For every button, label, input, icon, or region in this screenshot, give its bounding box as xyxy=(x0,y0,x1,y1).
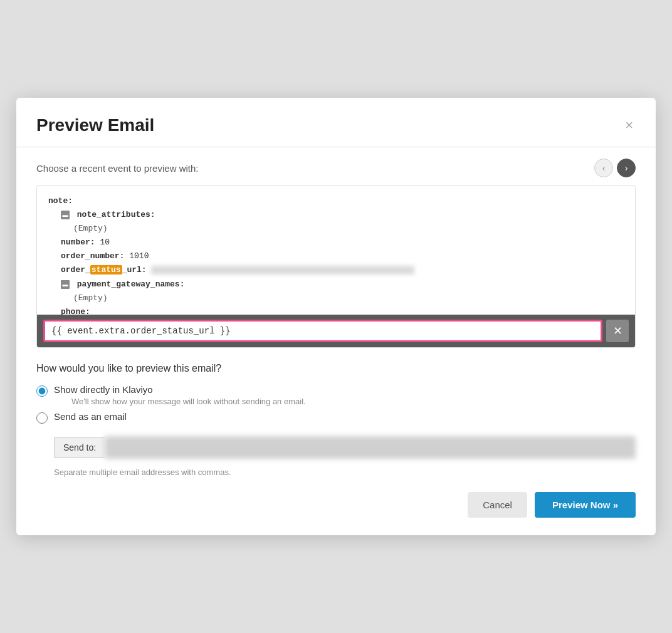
event-row-payment-gateway: ▬ payment_gateway_names: xyxy=(48,278,624,291)
highlight-status: status xyxy=(90,265,122,275)
preview-section: How would you like to preview this email… xyxy=(16,348,656,477)
radio-group: Show directly in Klaviyo We'll show how … xyxy=(36,384,636,477)
event-row-empty-1: (Empty) xyxy=(48,222,624,236)
radio-option-show-direct-content: Show directly in Klaviyo We'll show how … xyxy=(54,384,306,406)
event-row-note-attributes: ▬ note_attributes: xyxy=(48,208,624,222)
radio-send-email-label[interactable]: Send as an email xyxy=(54,411,127,422)
header-divider xyxy=(16,147,656,147)
preview-email-modal: Preview Email × Choose a recent event to… xyxy=(16,98,656,535)
close-button[interactable]: × xyxy=(622,116,636,135)
send-to-label: Send to: xyxy=(54,437,105,458)
collapse-icon: ▬ xyxy=(61,211,70,219)
search-overlay: ✕ xyxy=(37,315,635,347)
send-to-hint: Separate multiple email addresses with c… xyxy=(54,468,636,477)
radio-show-direct-label[interactable]: Show directly in Klaviyo xyxy=(54,384,153,395)
radio-send-email[interactable] xyxy=(36,412,48,424)
radio-show-direct[interactable] xyxy=(36,385,48,397)
cancel-button[interactable]: Cancel xyxy=(468,492,527,518)
event-row-note: note: xyxy=(48,194,624,208)
collapse-icon-2: ▬ xyxy=(61,280,70,289)
radio-option-send-email[interactable]: Send as an email xyxy=(36,411,636,424)
url-blur xyxy=(151,266,414,275)
choose-event-label: Choose a recent event to preview with: xyxy=(36,163,198,174)
event-row-empty-2: (Empty) xyxy=(48,291,624,305)
choose-event-row: Choose a recent event to preview with: ‹… xyxy=(16,159,656,185)
nav-arrows: ‹ › xyxy=(594,159,636,177)
modal-title: Preview Email xyxy=(36,115,154,135)
search-input[interactable] xyxy=(45,322,601,340)
event-data-inner: note: ▬ note_attributes: (Empty) number:… xyxy=(37,186,635,328)
radio-option-show-direct[interactable]: Show directly in Klaviyo We'll show how … xyxy=(36,384,636,406)
modal-footer: Cancel Preview Now » xyxy=(16,477,656,535)
preview-question: How would you like to preview this email… xyxy=(36,363,636,374)
event-row-order-status-url: order_status_url: xyxy=(48,263,624,277)
preview-now-button[interactable]: Preview Now » xyxy=(535,492,636,518)
prev-event-button[interactable]: ‹ xyxy=(594,159,613,177)
event-row-number: number: 10 xyxy=(48,236,624,249)
event-data-panel: note: ▬ note_attributes: (Empty) number:… xyxy=(36,185,636,348)
send-to-row: Send to: xyxy=(54,436,636,459)
email-blur-field[interactable] xyxy=(105,436,636,459)
event-row-order-number: order_number: 1010 xyxy=(48,249,624,263)
search-close-button[interactable]: ✕ xyxy=(606,320,629,342)
next-event-button[interactable]: › xyxy=(617,159,636,177)
search-input-wrapper xyxy=(43,320,602,342)
modal-header: Preview Email × xyxy=(16,98,656,147)
radio-show-direct-desc: We'll show how your message will look wi… xyxy=(71,397,306,406)
